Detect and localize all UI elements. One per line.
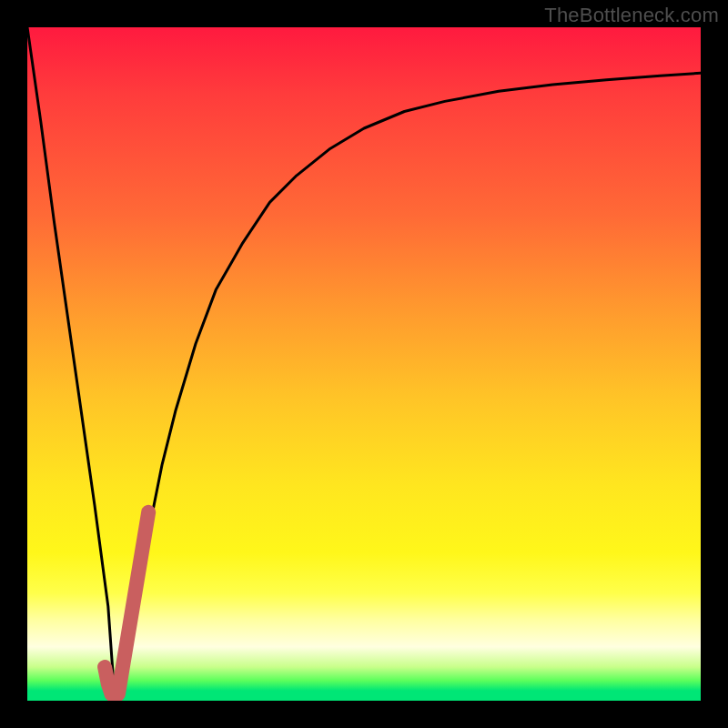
watermark-text: TheBottleneck.com	[544, 4, 719, 27]
chart-frame: TheBottleneck.com	[0, 0, 728, 728]
curves-layer	[27, 27, 701, 701]
plot-area	[27, 27, 701, 701]
highlight-segment	[105, 512, 148, 698]
